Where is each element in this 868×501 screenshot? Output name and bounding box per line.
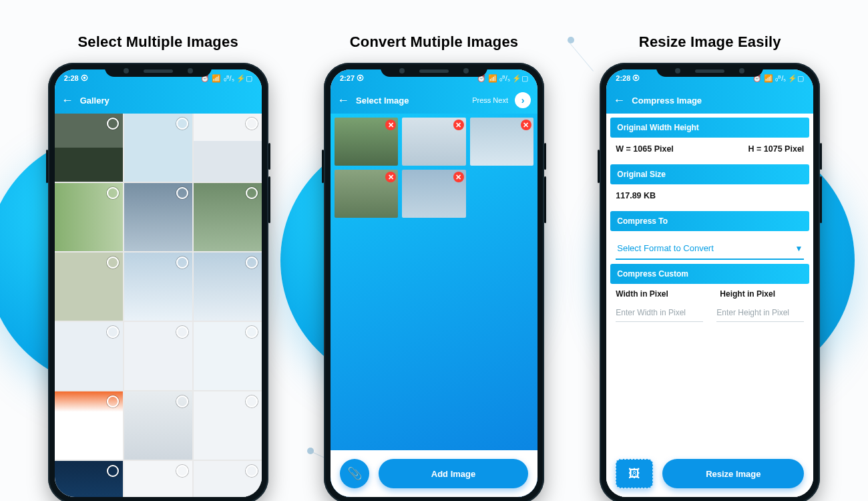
gallery-grid[interactable] [55,114,262,497]
app-bar-compress: ← Compress Image [606,87,813,114]
gallery-thumb[interactable] [124,183,192,251]
original-width-value: W = 1065 Pixel [616,144,674,154]
image-icon: 🖼 [628,467,640,481]
phone-notch [381,65,487,77]
select-ring-icon[interactable] [246,326,258,338]
press-next-label: Press Next [472,96,508,104]
gallery-thumb[interactable] [124,391,192,460]
paperclip-icon: 📎 [347,466,362,481]
height-input[interactable]: Enter Height in Pixel [716,304,804,322]
headline-1: Select Multiple Images [77,33,238,51]
select-ring-icon[interactable] [246,187,258,199]
gallery-thumb[interactable] [55,114,123,182]
caret-down-icon: ▼ [795,244,803,253]
width-label: Width in Pixel [616,289,700,299]
compress-form: Original Width Height W = 1065 Pixel H =… [606,114,813,497]
gallery-thumb[interactable] [124,461,192,497]
select-ring-icon[interactable] [107,465,119,477]
status-time: 2:27 ⦿ [340,74,364,82]
gallery-thumb[interactable] [124,114,192,182]
selected-thumb[interactable]: ✕ [335,170,398,218]
selected-thumb[interactable]: ✕ [335,118,398,166]
select-ring-icon[interactable] [107,257,119,269]
selected-thumb[interactable]: ✕ [470,118,533,166]
status-time: 2:28 ⦿ [64,74,88,82]
select-ring-icon[interactable] [246,257,258,269]
column-convert-images: Convert Mutiple Images 2:27 ⦿ ⏰ 📶 ₀ᴮ/ₛ ⚡… [324,33,544,501]
select-ring-icon[interactable] [107,395,119,407]
original-size-value: 117.89 KB [616,191,656,200]
select-ring-icon[interactable] [176,465,188,477]
selected-images-area: ✕ ✕ ✕ ✕ ✕ 📎 Add Image [331,114,537,497]
back-icon[interactable]: ← [337,94,349,106]
remove-icon[interactable]: ✕ [385,172,396,182]
app-bar-title: Select Image [356,96,409,106]
select-ring-icon[interactable] [246,395,258,407]
select-ring-icon[interactable] [176,257,188,269]
phone-notch [656,65,763,77]
select-ring-icon[interactable] [176,326,188,338]
headline-3: Resize Image Easily [639,33,781,51]
gallery-thumb[interactable] [194,183,262,251]
phone-frame-2: 2:27 ⦿ ⏰ 📶 ₀ᴮ/ₛ ⚡▢ ← Select Image Press … [324,63,544,501]
remove-icon[interactable]: ✕ [453,120,464,130]
phone-frame-1: 2:28 ⦿ ⏰ 📶 ₀ᴮ/ₛ ⚡▢ ← Gallery [48,63,268,501]
phone-frame-3: 2:28 ⦿ ⏰ 📶 ₀ᴮ/ₛ ⚡▢ ← Compress Image Orig… [600,63,820,501]
headline-2: Convert Mutiple Images [350,33,519,51]
gallery-thumb[interactable] [194,391,262,460]
back-icon[interactable]: ← [613,94,625,106]
original-size-row: 117.89 KB [606,184,813,207]
select-ring-icon[interactable] [107,187,119,199]
add-image-button[interactable]: Add Image [379,459,528,488]
remove-icon[interactable]: ✕ [453,172,464,182]
select-ring-icon[interactable] [176,187,188,199]
gallery-thumb[interactable] [124,253,192,321]
gallery-thumb[interactable] [124,322,192,390]
gallery-thumb[interactable] [194,461,262,497]
gallery-thumb[interactable] [194,322,262,390]
custom-labels-row: Width in Pixel Height in Pixel [606,284,813,301]
app-bar-gallery: ← Gallery [55,87,262,114]
back-icon[interactable]: ← [61,94,73,106]
gallery-thumb[interactable] [194,114,262,182]
select-ring-icon[interactable] [176,395,188,407]
selected-thumb[interactable]: ✕ [402,170,465,218]
gallery-thumb[interactable] [55,183,123,251]
app-bar-title: Compress Image [632,96,702,106]
column-resize-image: Resize Image Easily 2:28 ⦿ ⏰ 📶 ₀ᴮ/ₛ ⚡▢ ←… [600,33,820,501]
select-ring-icon[interactable] [246,118,258,130]
attach-fab[interactable]: 📎 [340,459,369,488]
original-dimensions-row: W = 1065 Pixel H = 1075 Pixel [606,138,813,160]
select-ring-icon[interactable] [176,118,188,130]
status-icons: ⏰ 📶 ₀ᴮ/ₛ ⚡▢ [477,74,528,83]
app-bar-title: Gallery [80,96,110,106]
gallery-thumb[interactable] [55,461,123,497]
status-icons: ⏰ 📶 ₀ᴮ/ₛ ⚡▢ [752,74,804,83]
resize-image-label: Resize Image [706,469,761,479]
original-height-value: H = 1075 Pixel [748,144,805,154]
selected-thumb[interactable]: ✕ [402,118,465,166]
column-select-images: Select Multiple Images 2:28 ⦿ ⏰ 📶 ₀ᴮ/ₛ ⚡… [48,33,268,501]
next-button[interactable]: › [515,92,531,108]
remove-icon[interactable]: ✕ [385,120,396,130]
select-ring-icon[interactable] [246,465,258,477]
bottom-action-bar: 📎 Add Image [331,450,537,497]
gallery-thumb[interactable] [194,253,262,321]
section-header-original-size: Original Size [610,164,809,184]
gallery-thumb[interactable] [55,253,123,321]
section-header-compress-custom: Compress Custom [610,264,809,284]
gallery-thumb[interactable] [55,322,123,390]
status-icons: ⏰ 📶 ₀ᴮ/ₛ ⚡▢ [200,74,252,83]
status-time: 2:28 ⦿ [616,74,640,82]
remove-icon[interactable]: ✕ [521,120,531,130]
format-dropdown[interactable]: Select Format to Convert ▼ [616,239,804,260]
bottom-action-bar: 🖼 Resize Image [606,450,813,497]
app-bar-select-image: ← Select Image Press Next › [331,87,537,114]
select-ring-icon[interactable] [107,326,119,338]
select-ring-icon[interactable] [107,118,119,130]
image-placeholder-fab[interactable]: 🖼 [616,459,653,488]
resize-image-button[interactable]: Resize Image [662,459,804,488]
gallery-thumb[interactable] [55,391,123,460]
width-input[interactable]: Enter Width in Pixel [616,304,703,322]
phone-notch [105,65,212,77]
